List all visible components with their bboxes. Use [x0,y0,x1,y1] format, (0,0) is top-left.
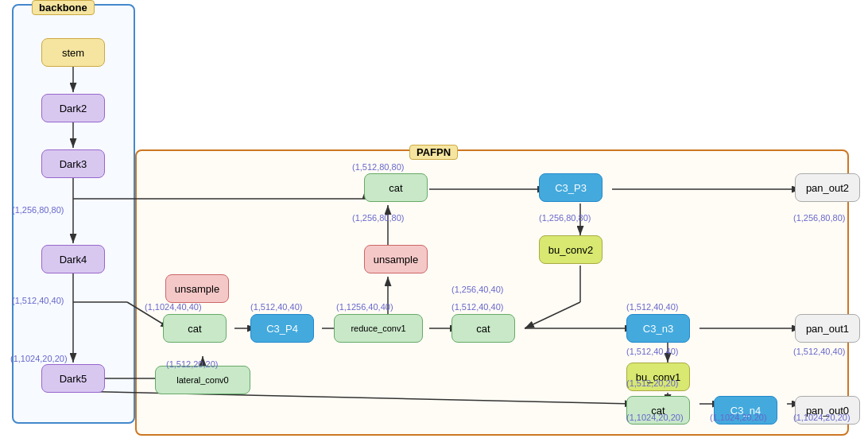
dark2-node: Dark2 [41,94,105,122]
diagram: backbone PAFPN [0,0,868,446]
cat3-in-label: (1,512,40,40) [451,302,503,312]
c3p4-label: C3_P4 [266,323,298,335]
dark2-label: Dark2 [60,103,87,114]
lateral-out-label: (1,512,20,20) [166,359,218,369]
dark5-node: Dark5 [41,364,105,393]
cat2-node: cat [364,173,428,202]
c3p3-node: C3_P3 [539,173,603,202]
unsample1-in-label: (1,512,40,40) [250,302,302,312]
pan-out0-label: (1,1024,20,20) [793,413,851,422]
c3p3-label: C3_P3 [555,182,587,194]
c3n3-label: C3_n3 [643,323,673,335]
c3n3-node: C3_n3 [626,314,690,343]
unsample1-node: unsample [165,274,229,303]
cat2-top-label: (1,512,80,80) [352,162,404,172]
stem-label: stem [62,47,84,59]
pan-out1-node: pan_out1 [795,314,860,343]
dark5-out-label: (1,1024,20,20) [10,354,68,363]
cat4-in-label: (1,1024,20,20) [626,413,684,422]
cat1-in-label: (1,1024,40,40) [145,302,202,312]
backbone-label: backbone [32,0,95,15]
dark3-node: Dark3 [41,149,105,178]
pan-out1-label: pan_out1 [806,323,849,335]
cat2-in-label: (1,256,80,80) [352,213,404,223]
cat1-label: cat [188,323,201,335]
dark5-label: Dark5 [60,373,87,385]
unsample2-label: unsample [374,254,418,266]
cat3-node: cat [451,314,515,343]
pan-out2-label: pan_out2 [806,182,849,194]
c3n3-out-label: (1,512,40,40) [626,347,678,356]
c3n4-out-label: (1,1024,20,20) [710,413,767,422]
reduce-conv1-node: reduce_conv1 [334,314,423,343]
stem-node: stem [41,38,105,67]
unsample2-node: unsample [364,245,428,273]
c3p3-out-label: (1,256,80,80) [539,213,591,223]
bu-conv2-node: bu_conv2 [539,235,603,264]
cat3-label: cat [476,323,490,335]
pan-out1-label: (1,512,40,40) [793,347,845,356]
pan-out2-label: (1,256,80,80) [793,213,845,223]
unsample1-label: unsample [175,283,219,295]
dark4-node: Dark4 [41,245,105,273]
lateral-conv0-node: lateral_conv0 [155,366,250,394]
lateral-conv0-label: lateral_conv0 [176,375,228,385]
dark4-label: Dark4 [60,254,87,266]
dark3-label: Dark3 [60,158,87,170]
bu-conv1-out-label: (1,512,20,20) [626,378,678,388]
reduce-in-label: (1,1256,40,40) [336,302,393,312]
reduce-conv1-label: reduce_conv1 [351,324,405,333]
dark3-out-label: (1,256,80,80) [12,205,64,215]
bu-conv2-label: bu_conv2 [548,244,593,256]
cat1-node: cat [163,314,227,343]
bu-conv2-in-label: (1,256,40,40) [451,285,503,294]
pafpn-label: PAFPN [409,145,458,160]
c3n3-in-label: (1,512,40,40) [626,302,678,312]
cat2-label: cat [389,182,402,194]
c3p4-node: C3_P4 [250,314,314,343]
pan-out2-node: pan_out2 [795,173,860,202]
dark4-out-label: (1,512,40,40) [12,296,64,305]
